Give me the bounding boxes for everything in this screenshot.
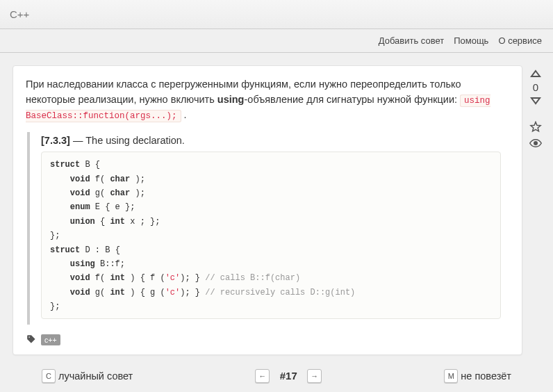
tip-card: При наследовании класса с перегруженными… [13,65,522,355]
link-about[interactable]: О сервисе [498,35,542,46]
link-help[interactable]: Помощь [454,35,488,46]
tag-cpp[interactable]: c++ [41,334,60,345]
reference-quote: [7.3.3] — The using declaration. struct … [27,132,508,324]
next-button[interactable]: → [307,369,322,383]
quote-heading: [7.3.3] — The using declaration. [41,135,501,146]
topbar: C++ [0,0,553,29]
upvote-icon[interactable] [530,68,541,80]
unlucky-label: не повезёт [461,370,511,382]
content: При наследовании класса с перегруженными… [0,53,553,361]
page-title: C++ [10,8,29,20]
desc-dot: . [181,109,187,120]
tip-description: При наследовании класса с перегруженными… [26,77,509,122]
star-icon[interactable] [529,121,542,136]
random-label: лучайный совет [58,370,133,382]
key-s: С [42,369,56,383]
desc-text-2: -объявление для сигнатуры нужной функции… [244,94,460,105]
eye-icon[interactable] [529,138,542,150]
prev-button[interactable]: ← [255,369,270,383]
key-m: М [444,369,458,383]
post-id: #17 [276,370,300,382]
pager: ← #17 → [255,369,322,383]
vote-column: 0 [528,65,543,355]
tag-icon [26,334,37,346]
quote-ref: [7.3.3] [41,135,70,146]
quote-title: — The using declaration. [70,135,185,146]
code-block: struct B { void f( char ); void g( char … [41,152,501,318]
bottom-nav: С лучайный совет ← #17 → М не повезёт [0,361,553,392]
svg-point-0 [534,142,538,145]
link-add-tip[interactable]: Добавить совет [379,35,444,46]
vote-score: 0 [533,81,538,94]
downvote-icon[interactable] [530,95,541,107]
tag-row: c++ [26,334,509,346]
desc-bold: using [217,94,245,105]
random-tip-button[interactable]: С лучайный совет [42,369,133,383]
linkbar: Добавить совет Помощь О сервисе [0,29,553,53]
unlucky-button[interactable]: М не повезёт [444,369,511,383]
